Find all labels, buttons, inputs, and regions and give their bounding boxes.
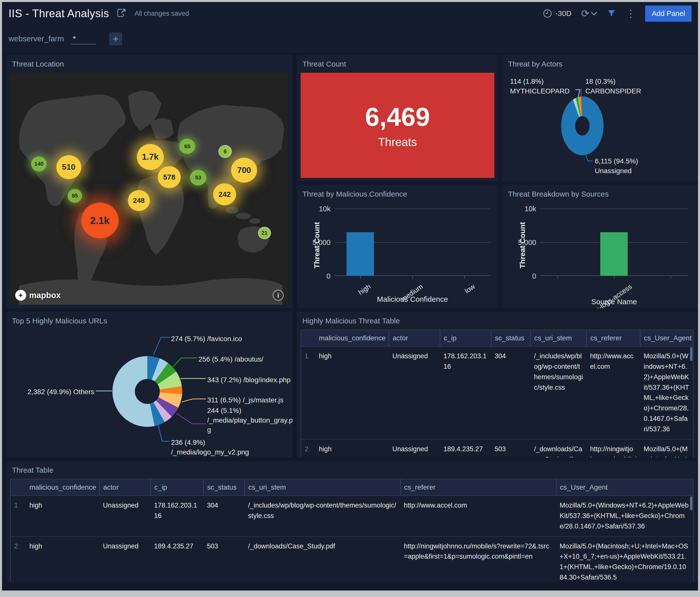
threat-table-wrap: malicious_confidenceactorc_ipsc_statuscs… [10, 479, 694, 582]
column-header-cs_referer[interactable]: cs_referer [586, 330, 640, 346]
table-cell: 503 [203, 537, 245, 582]
column-header-sc_status[interactable]: sc_status [203, 479, 245, 496]
map-bubble[interactable]: 21 [258, 227, 271, 239]
column-header-sc_status[interactable]: sc_status [491, 330, 530, 346]
time-range-selector[interactable]: -30D [543, 8, 572, 19]
map-bubble[interactable]: 6 [218, 145, 232, 158]
y-axis-label: Threat Count [518, 218, 527, 272]
table-cell: 189.4.235.27 [440, 439, 491, 458]
row-number: 2 [301, 439, 315, 458]
column-header-cs_uri_stem[interactable]: cs_uri_stem [245, 479, 400, 496]
table-cell: 189.4.235.27 [151, 537, 203, 582]
hm-table-scrollbar[interactable] [690, 347, 693, 361]
panel-title: Top 5 Highly Malicious URLs [6, 312, 293, 330]
ytick-0: 0 [303, 272, 330, 280]
map-info-icon[interactable]: i [273, 290, 284, 301]
table-cell: /_includes/wp/blog/wp-content/themes/sum… [530, 346, 586, 439]
top-urls-donut-hole [135, 379, 160, 404]
filter-value-input[interactable] [71, 33, 96, 44]
sources-bar-iis-logs-access[interactable] [600, 232, 628, 276]
map-bubble[interactable]: 1.7k [137, 144, 164, 170]
panel-threat-by-malicious-confidence: Threat by Malicious Confidence 10k 5,000… [297, 185, 498, 308]
column-header-rownum[interactable] [301, 330, 315, 346]
map-bubble[interactable]: 248 [128, 190, 150, 211]
table-cell: high [315, 346, 389, 439]
column-header-c_ip[interactable]: c_ip [151, 479, 203, 496]
filter-button[interactable] [607, 9, 616, 18]
column-header-actor[interactable]: actor [99, 479, 151, 496]
map-bubble[interactable]: 242 [213, 183, 236, 205]
table-row[interactable]: 2highUnassigned189.4.235.27503/_download… [10, 537, 693, 582]
add-filter-button[interactable]: + [109, 32, 122, 45]
callout-carbonspider: 18 (0.3%) CARBONSPIDER [585, 77, 641, 96]
dashboard-header: IIS - Threat Analysis All changes saved … [2, 2, 698, 25]
row-number: 1 [301, 346, 315, 439]
map-bubble[interactable]: 2.1k [81, 203, 119, 238]
panel-threat-breakdown-by-sources: Threat Breakdown by Sources 10k 5,000 0 … [503, 185, 697, 308]
callout-blog: 343 (7.2%) /blog/index.php [207, 375, 291, 385]
panel-threat-by-actors: Threat by Actors 114 (1.8%) MYTHICLEOPAR… [503, 55, 697, 181]
column-header-cs_User_Agent[interactable]: cs_User_Agent [556, 479, 693, 496]
column-header-cs_User_Agent[interactable]: cs_User_Agent [640, 330, 693, 346]
column-header-cs_referer[interactable]: cs_referer [400, 479, 556, 496]
map-bubble[interactable]: 578 [158, 166, 181, 188]
column-header-rownum[interactable] [10, 479, 26, 496]
bubble-layer: 140510852.1k2481.7k5786553670024221 [10, 73, 289, 305]
table-cell: Mozilla/5.0+(Windows+NT+6.2)+AppleWebKit… [640, 346, 693, 439]
map-bubble[interactable]: 85 [68, 189, 82, 203]
map-bubble[interactable]: 700 [231, 158, 257, 183]
table-cell: http://ningwitjohnno.ru/mobile/s?rewrite… [400, 537, 556, 582]
map-bubble[interactable]: 140 [31, 156, 47, 172]
confidence-bar-high[interactable] [347, 232, 374, 276]
refresh-icon: ⟳ [581, 8, 590, 19]
table-cell: 178.162.203.116 [440, 346, 491, 439]
table-row[interactable]: 2highUnassigned189.4.235.27503/_download… [301, 439, 693, 458]
column-header-cs_uri_stem[interactable]: cs_uri_stem [530, 330, 586, 346]
hm-table: malicious_confidenceactorc_ipsc_statuscs… [301, 330, 694, 458]
filter-name-label: webserver_farm [8, 34, 64, 43]
add-panel-button[interactable]: Add Panel [645, 5, 692, 22]
column-header-malicious_confidence[interactable]: malicious_confidence [315, 330, 389, 346]
share-icon[interactable] [116, 7, 127, 20]
table-cell: Mozilla/5.0+(Macintosh;+U;+Intel+Mac+OS [640, 439, 693, 458]
callout-play-button: 244 (5.1%) /_media/play_button_gray.png [207, 406, 293, 435]
x-axis-label: Source Name [540, 297, 688, 306]
map-bubble[interactable]: 510 [56, 155, 81, 179]
column-header-malicious_confidence[interactable]: malicious_confidence [26, 479, 99, 496]
panel-highly-malicious-threat-table: Highly Malicious Threat Table malicious_… [297, 312, 697, 458]
table-row[interactable]: 1highUnassigned178.162.203.116304/_inclu… [301, 346, 693, 439]
refresh-button[interactable]: ⟳ [581, 8, 598, 19]
map-bubble[interactable]: 65 [179, 139, 195, 154]
table-cell: /_downloads/Case_Study.pdf [530, 439, 586, 458]
page-title: IIS - Threat Analysis [8, 7, 109, 20]
more-options-button[interactable]: ⋮ [626, 8, 636, 19]
threat-count-value: 6,469 [365, 102, 430, 132]
data-table: malicious_confidenceactorc_ipsc_statuscs… [10, 479, 694, 582]
column-header-c_ip[interactable]: c_ip [440, 330, 491, 346]
panel-title: Threat by Actors [503, 55, 697, 73]
confidence-plot [334, 209, 491, 276]
table-row[interactable]: 1highUnassigned178.162.203.116304/_inclu… [10, 496, 693, 537]
mapbox-icon [15, 290, 26, 301]
table-cell: http://www.accel.com [586, 346, 640, 439]
table-cell: Unassigned [99, 496, 151, 537]
panel-title: Threat Breakdown by Sources [503, 185, 697, 203]
save-status: All changes saved [134, 10, 189, 18]
y-axis-label: Threat Count [312, 218, 321, 272]
threat-table-scrollbar[interactable] [690, 496, 693, 510]
callout-logo: 236 (4.9%) /_media/logo_my_v2.png [171, 438, 249, 457]
table-cell: Mozilla/5.0+(Windows+NT+6.2)+AppleWebKit… [556, 496, 693, 537]
world-map[interactable]: 140510852.1k2481.7k5786553670024221 mapb… [10, 73, 289, 305]
table-cell: /_includes/wp/blog/wp-content/themes/sum… [245, 496, 400, 537]
table-cell: Unassigned [99, 537, 151, 582]
sources-plot [540, 209, 688, 276]
column-header-actor[interactable]: actor [389, 330, 440, 346]
x-axis-label: Malicious Confidence [334, 295, 491, 304]
table-cell: /_downloads/Case_Study.pdf [245, 537, 400, 582]
data-table: malicious_confidenceactorc_ipsc_statuscs… [301, 330, 694, 458]
table-cell: high [26, 537, 99, 582]
map-bubble[interactable]: 53 [190, 170, 206, 185]
table-cell: 304 [203, 496, 245, 537]
row-number: 2 [10, 537, 26, 582]
mapbox-logo[interactable]: mapbox [15, 290, 61, 301]
